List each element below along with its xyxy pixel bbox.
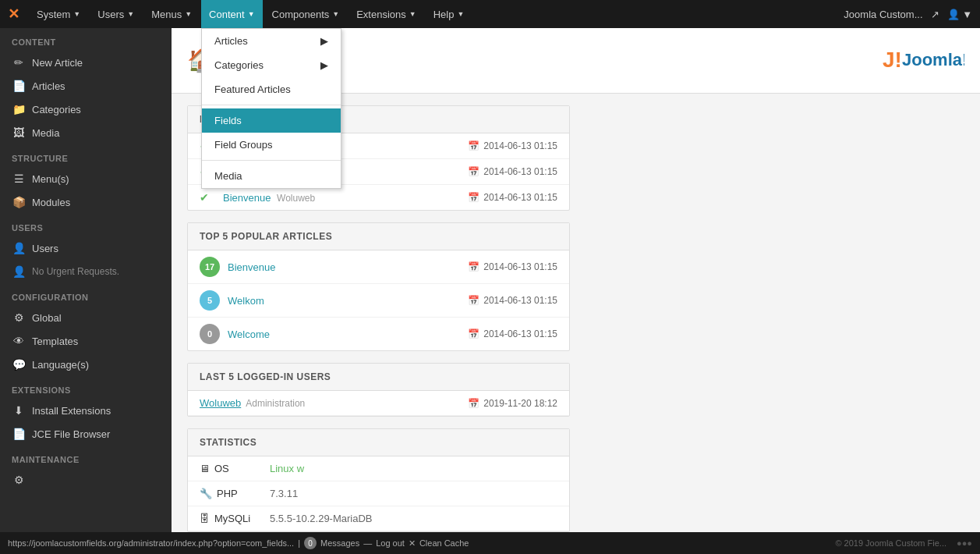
urgent-icon: 👤 <box>12 265 26 278</box>
footer-messages[interactable]: Messages <box>320 538 359 548</box>
sidebar-label-languages: Language(s) <box>32 359 89 371</box>
cal-icon-2: 📅 <box>468 166 479 177</box>
sidebar-item-articles[interactable]: 📄 Articles <box>0 74 172 98</box>
footer-separator-2: — <box>363 538 372 548</box>
user-row-1: Woluweb Administration 📅 2019-11-20 18:1… <box>188 391 569 416</box>
sidebar-section-maintenance: MAINTENANCE <box>0 446 172 468</box>
popular-article-date-1: 📅 2014-06-13 01:15 <box>468 261 557 272</box>
popular-article-date-3: 📅 2014-06-13 01:15 <box>468 328 557 339</box>
popular-article-date-text-1: 2014-06-13 01:15 <box>483 261 557 272</box>
media-icon: 🖼 <box>12 126 26 139</box>
nav-system-caret: ▼ <box>73 10 80 18</box>
popular-article-link-1[interactable]: Bienvenue <box>228 261 275 273</box>
popular-article-link-3[interactable]: Welcome <box>228 328 270 340</box>
sidebar-label-templates: Templates <box>32 336 78 347</box>
footer-separator-3: ✕ <box>409 538 416 549</box>
user-role-1: Administration <box>246 398 305 409</box>
featured-article-date-1: 📅 2014-06-13 01:15 <box>468 140 557 151</box>
nav-components[interactable]: Components ▼ <box>264 0 348 28</box>
navbar-brand[interactable]: ✕ <box>8 5 19 23</box>
stats-mysql-row: 🗄 MySQLi 5.5.5-10.2.29-MariaDB <box>188 506 569 531</box>
footer-logout[interactable]: Log out <box>376 538 405 548</box>
nav-menus-caret: ▼ <box>185 10 192 18</box>
user-icon[interactable]: 👤 ▼ <box>947 9 972 20</box>
featured-article-title-3: Bienvenue Woluweb <box>223 192 315 204</box>
featured-article-author-3: Woluweb <box>277 193 315 204</box>
templates-icon: 👁 <box>12 335 26 347</box>
sidebar-item-media[interactable]: 🖼 Media <box>0 121 172 144</box>
stats-os-row: 🖥 OS Linux w <box>188 456 569 481</box>
sidebar-item-languages[interactable]: 💬 Language(s) <box>0 353 172 376</box>
cal-icon-p1: 📅 <box>468 261 479 272</box>
featured-article-date-3: 📅 2014-06-13 01:15 <box>468 192 557 203</box>
footer-clean-cache[interactable]: Clean Cache <box>419 538 469 548</box>
nav-components-label: Components <box>272 9 330 20</box>
sidebar-item-menus[interactable]: ☰ Menu(s) <box>0 167 172 190</box>
nav-help[interactable]: Help ▼ <box>426 0 472 28</box>
popular-article-link-2[interactable]: Welkom <box>228 295 264 307</box>
user-link-1[interactable]: Woluweb <box>200 397 241 409</box>
dropdown-field-groups[interactable]: Field Groups <box>202 133 341 157</box>
footer-indicator: ●●● <box>957 538 972 548</box>
dropdown-media[interactable]: Media <box>202 164 341 188</box>
popular-badge-3: 0 <box>200 324 220 344</box>
nav-extensions[interactable]: Extensions ▼ <box>348 0 424 28</box>
sidebar-label-modules: Modules <box>32 197 70 208</box>
footer-copyright: © 2019 Joomla Custom Fie... <box>835 538 946 548</box>
site-title[interactable]: Joomla Custom... <box>844 9 922 20</box>
sidebar-label-install-extensions: Install Extensions <box>32 405 111 417</box>
footer-right: © 2019 Joomla Custom Fie... ●●● <box>835 538 972 548</box>
footer: https://joomlacustomfields.org/administr… <box>0 532 980 554</box>
footer-separator-1: | <box>298 538 300 548</box>
sidebar-item-install-extensions[interactable]: ⬇ Install Extensions <box>0 399 172 422</box>
dropdown-fields-label: Fields <box>214 115 242 126</box>
dropdown-articles[interactable]: Articles ▶ <box>202 29 341 53</box>
sidebar-label-categories: Categories <box>32 104 81 115</box>
status-check-3: ✔ <box>200 191 215 204</box>
popular-articles-panel: TOP 5 POPULAR ARTICLES 17 Bienvenue 📅 20… <box>187 222 570 351</box>
dropdown-fields[interactable]: Fields <box>202 108 341 133</box>
sidebar-label-new-article: New Article <box>32 57 83 69</box>
navbar-right: Joomla Custom... ↗ 👤 ▼ <box>844 9 972 20</box>
sidebar-item-global[interactable]: ⚙ Global <box>0 306 172 329</box>
nav-system[interactable]: System ▼ <box>29 0 88 28</box>
featured-article-date-text-2: 2014-06-13 01:15 <box>483 166 557 177</box>
nav-components-caret: ▼ <box>332 10 339 18</box>
sidebar-item-new-article[interactable]: ✏ New Article <box>0 51 172 74</box>
popular-badge-2: 5 <box>200 290 220 311</box>
sidebar-item-categories[interactable]: 📁 Categories <box>0 98 172 121</box>
featured-article-link-3[interactable]: Bienvenue <box>223 192 271 204</box>
categories-icon: 📁 <box>12 103 26 115</box>
popular-badge-1: 17 <box>200 257 220 277</box>
featured-article-date-text-3: 2014-06-13 01:15 <box>483 192 557 203</box>
sidebar-item-jce[interactable]: 📄 JCE File Browser <box>0 422 172 446</box>
dropdown-featured-articles[interactable]: Featured Articles <box>202 77 341 101</box>
stats-os-value: Linux w <box>270 463 304 474</box>
cal-icon-1: 📅 <box>468 140 479 151</box>
popular-article-row-3: 0 Welcome 📅 2014-06-13 01:15 <box>188 318 569 350</box>
sidebar-item-modules[interactable]: 📦 Modules <box>0 190 172 214</box>
popular-article-title-3: Welcome <box>228 328 270 340</box>
sidebar: CONTENT ✏ New Article 📄 Articles 📁 Categ… <box>0 28 172 554</box>
sidebar-label-menus: Menu(s) <box>32 173 69 185</box>
stats-mysql-label: 🗄 MySQLi <box>200 513 262 524</box>
modules-icon: 📦 <box>12 196 26 208</box>
dropdown-articles-label: Articles <box>214 35 248 47</box>
sidebar-item-users[interactable]: 👤 Users <box>0 236 172 260</box>
install-icon: ⬇ <box>12 404 26 417</box>
sidebar-item-templates[interactable]: 👁 Templates <box>0 329 172 353</box>
sidebar-label-jce: JCE File Browser <box>32 428 110 440</box>
admin-container: CONTENT ✏ New Article 📄 Articles 📁 Categ… <box>0 28 980 554</box>
nav-users[interactable]: Users ▼ <box>90 0 142 28</box>
sidebar-section-configuration: CONFIGURATION <box>0 283 172 306</box>
external-link-icon: ↗ <box>931 9 939 20</box>
nav-menus[interactable]: Menus ▼ <box>143 0 200 28</box>
navbar-left: ✕ System ▼ Users ▼ Menus ▼ Content ▼ Art… <box>8 0 472 28</box>
cal-icon-u1: 📅 <box>468 398 479 409</box>
stats-mysql-value: 5.5.5-10.2.29-MariaDB <box>270 513 373 524</box>
dropdown-categories[interactable]: Categories ▶ <box>202 53 341 77</box>
sidebar-item-maintenance[interactable]: ⚙ <box>0 468 172 492</box>
nav-system-label: System <box>37 9 70 20</box>
nav-content[interactable]: Content ▼ Articles ▶ Categories ▶ Featur… <box>201 0 262 28</box>
nav-help-label: Help <box>433 9 455 20</box>
